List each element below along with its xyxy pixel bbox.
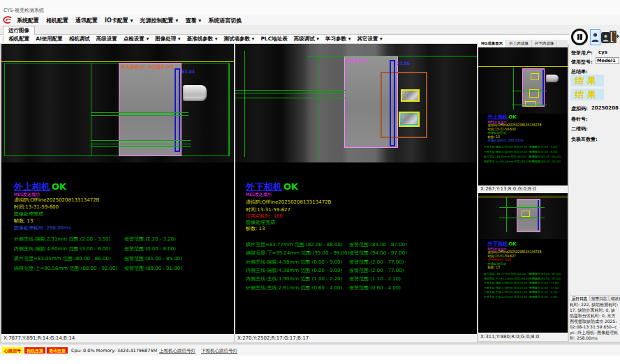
tab-strip: 运行图像	[0, 25, 620, 35]
mid-mes-status: MES发送成功	[246, 192, 272, 198]
control-panel: 登录用户: cys 使用型号: 总结果: 结果 结果 虚拟码: 20250208…	[569, 26, 620, 342]
log-tab-alarm[interactable]: 报警日志	[589, 295, 609, 301]
window-title: CYS-视觉检测系统	[3, 7, 44, 14]
thumb-tab-strip: NG成像显示 外上内成像 外下内成像	[478, 40, 568, 47]
thumb-top-cursor-readout: X:267;Y:13;R:0;G:0;B:0	[478, 185, 568, 193]
log-tab-strip: 运行日志 报警日志 错误日志	[570, 295, 619, 301]
lower-camera-heartbeat-label: 下相机心跳信号灯	[201, 348, 237, 354]
left-elapsed: 图像处理耗时: 298.00ms	[14, 225, 71, 232]
virtual-code-label: 虚拟码:	[571, 105, 588, 112]
thumb-top-panel[interactable]: 外上相机OK MES发送成功 虚拟码:Offline20250208133134…	[478, 47, 568, 185]
pause-icon	[571, 29, 588, 45]
tool-baseline-params[interactable]: 基准线参数 ▾	[184, 36, 221, 43]
menu-item-system-config[interactable]: 系统配置	[13, 17, 43, 24]
left-roi-green-frame	[4, 63, 229, 156]
tool-other-settings[interactable]: 其它设置 ▾	[354, 36, 385, 43]
tool-ai-usage-config[interactable]: AI使用配置	[33, 36, 66, 43]
cpu-memory-readout: Cpu: 0.0% Memory: 3424.41796875M	[71, 348, 157, 354]
left-virtual-code: 虚拟码:Offline2025020813313472B	[14, 197, 99, 204]
left-measure-row: 内侧主线-隔膜:4.60mm 范围:(3.00 - 6.00)报警范围:(0.0…	[14, 245, 223, 252]
app-window: CYS-视觉检测系统 系统配置 相机配置 通讯配置 IO卡配置 ▾ 光源控制配置…	[0, 0, 620, 364]
left-measure-blue-box	[175, 68, 180, 152]
left-frame-count: 帧数: 13	[14, 218, 34, 225]
thumb-top-image	[478, 47, 568, 114]
thumb-tab-lower-image[interactable]: 外下内成像	[532, 40, 558, 47]
mid-frame-count: 帧数: 13	[246, 225, 265, 232]
menu-item-camera-config[interactable]: 相机配置	[43, 17, 72, 24]
result-slab-1: 结果	[570, 75, 604, 86]
camera-link-status-badge: 相机连接	[24, 347, 45, 354]
pin-number-label: 卷针号:	[571, 116, 588, 123]
mid-measure-row: 内侧主线-隔膜:4.38mm 范围:(0.00 - 9.00)报警范围:(2.0…	[246, 267, 469, 274]
thumb-bottom-image	[478, 193, 568, 239]
user-button[interactable]	[590, 29, 600, 45]
left-time: 时间:13-31-59-600	[14, 204, 59, 211]
mid-cursor-readout: X:270;Y:2502;R:17;G:17;B:17	[235, 334, 477, 342]
menu-item-comm-config[interactable]: 通讯配置	[72, 17, 101, 24]
model-input[interactable]	[596, 57, 619, 64]
result-slab-2: 结果	[570, 89, 604, 100]
log-text: 耗时: 222, 缺陷检测耗时: 17, 缺陷分离耗时: 0, 缺陷提取分区耗时…	[570, 302, 619, 344]
menu-item-language-switch[interactable]: 系统语言切换	[205, 17, 245, 24]
left-camera-image: 静态阈值:93, 动态阈值:100 93.03	[1, 44, 234, 162]
status-bar: 心跳信号 相机连接 通讯连接 Cpu: 0.0% Memory: 3424.41…	[0, 344, 620, 356]
tool-spot-check-settings[interactable]: 点检设置 ▾	[120, 36, 152, 43]
mid-defect-box-2	[399, 112, 420, 127]
left-threshold-overlay: 静态阈值:93, 动态阈值:100	[121, 64, 174, 70]
left-connector-part	[183, 85, 207, 101]
login-user-label: 登录用户:	[571, 50, 593, 56]
qr-code-label: 二维码:	[571, 126, 588, 132]
mid-measure-row: 外侧主线-主线:2.61mm 范围:(0.60 - 4.00)报警范围:(0.6…	[246, 285, 469, 291]
left-measure-row: 隔膜宽度-上=90.56mm 范围:(88.00 - 92.00)报警范围:(8…	[14, 265, 223, 272]
tool-test-item-params[interactable]: 测试项参数 ▾	[221, 36, 258, 43]
left-process-done: 图像处理完成	[14, 211, 43, 218]
tool-camera-debug[interactable]: 相机调试	[66, 36, 93, 43]
tool-advanced-debug[interactable]: 高级调试 ▾	[290, 36, 322, 43]
mid-ai-region-label: AI检测区域	[346, 58, 367, 64]
left-detect-region	[119, 63, 182, 156]
mid-camera-image: AI检测区域 73.80	[235, 44, 477, 162]
left-cursor-readout: X:7677;Y:891;R:14;G:14;B:14	[1, 334, 234, 342]
left-measure-row: 外侧主线-隔膜:2.91mm 范围:(2.00 - 3.50)报警范围:(2.2…	[14, 236, 223, 243]
tool-image-processing[interactable]: 图像处理 ▾	[152, 36, 184, 43]
menu-item-io-card-config[interactable]: IO卡配置 ▾	[101, 17, 137, 24]
tool-learning-params[interactable]: 学习参数 ▾	[323, 36, 354, 43]
login-user-value: cys	[598, 50, 607, 55]
log-tab-error[interactable]: 错误日志	[609, 295, 620, 301]
mid-blue-value-overlay: 73.80	[397, 61, 410, 66]
thumb-tab-upper-image[interactable]: 外上内成像	[506, 40, 532, 47]
left-measure-row: 极片宽度=83.05mm 范围:(80.00 - 86.00)报警范围:(81.…	[14, 255, 223, 262]
thumb-tab-ng-display[interactable]: NG成像显示	[478, 40, 506, 47]
mid-virtual-code: 虚拟码:Offline2025020813313472B	[246, 199, 331, 206]
thumb-bottom-panel[interactable]: 外下相机OK MES发送成功 虚拟码:Offline20250208133134…	[478, 193, 568, 333]
menu-item-light-control-config[interactable]: 光源控制配置 ▾	[137, 17, 182, 24]
exit-button[interactable]	[610, 30, 619, 43]
mid-brown-roi	[381, 72, 427, 138]
tool-plc-address-table[interactable]: PLC地址表	[258, 36, 290, 43]
menu-item-view[interactable]: 查看 ▾	[182, 17, 205, 24]
mid-defect-box-1	[401, 89, 420, 102]
left-blue-value-overlay: 93.03	[182, 69, 195, 74]
toolbar-separator: |	[2, 36, 4, 43]
log-tab-run[interactable]: 运行日志	[570, 295, 589, 301]
upper-camera-heartbeat-label: 上相机心跳信号灯	[159, 348, 195, 354]
user-icon	[591, 32, 599, 43]
app-logo-icon	[2, 16, 13, 24]
title-bar: CYS-视觉检测系统	[0, 0, 620, 15]
tool-advanced-settings[interactable]: 高级设置	[93, 36, 120, 43]
operator-icon	[603, 34, 609, 42]
tool-camera-config[interactable]: 相机配置	[6, 36, 33, 43]
comm-link-status-badge: 通讯连接	[47, 347, 68, 354]
mid-measure-row: 外侧主线-隔膜:4.38mm 范围:(0.00 - 9.00)报警范围:(2.0…	[246, 259, 469, 266]
mid-measure-row: 极片宽度=83.77mm 范围:(82.00 - 88.00)报警范围:(83.…	[246, 241, 469, 248]
mid-measure-row: 内侧主线-主线:1.90mm 范围:(1.00 - 2.20)报警范围:(1.1…	[246, 275, 469, 282]
virtual-code-value: 20250208	[591, 105, 619, 111]
left-camera-panel[interactable]: 静态阈值:93, 动态阈值:100 93.03 外上相机OK MES发送成功 虚…	[1, 44, 234, 334]
pause-button[interactable]	[571, 29, 588, 45]
thumb-bottom-cursor-readout: X:311;Y:980;R:0;G:0;B:0	[478, 333, 568, 341]
tab-run-image[interactable]: 运行图像	[3, 26, 35, 35]
mid-measure-row: 隔膜宽度-下=95.24mm 范围:(93.00 - 98.00)报警范围:(9…	[246, 250, 469, 257]
exit-door-icon	[610, 31, 619, 43]
heartbeat-status-badge: 心跳信号	[2, 347, 23, 354]
mid-camera-panel[interactable]: AI检测区域 73.80 外下相机OK MES发送成功 虚拟码:Offline2…	[235, 44, 477, 334]
